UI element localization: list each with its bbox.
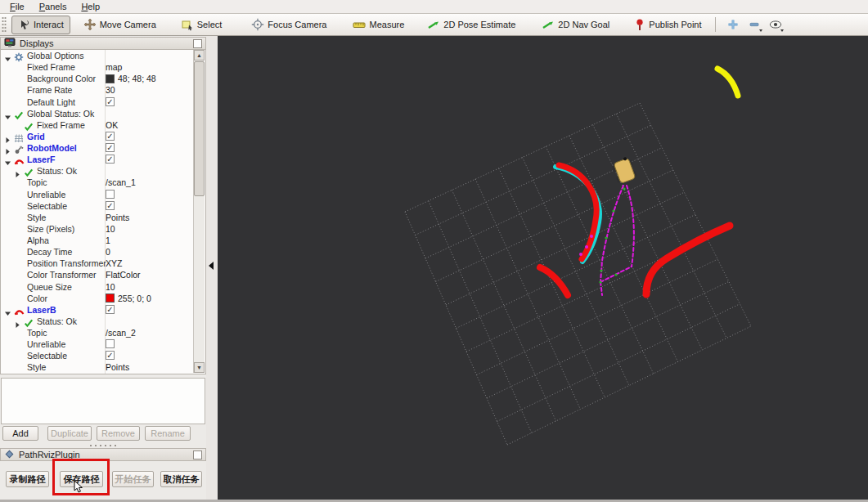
- property-value[interactable]: /scan_2: [106, 328, 136, 338]
- button-duplicate[interactable]: Duplicate: [47, 426, 92, 441]
- checkbox-checked[interactable]: ✓: [106, 201, 115, 210]
- tree-row-color[interactable]: Color255; 0; 0: [1, 293, 194, 304]
- displays-float-button[interactable]: [193, 39, 202, 48]
- tree-row-style[interactable]: StylePoints: [1, 361, 194, 373]
- property-value[interactable]: 10: [106, 224, 115, 234]
- button-remove[interactable]: Remove: [97, 426, 140, 441]
- tree-row-topic[interactable]: Topic/scan_1: [1, 177, 194, 188]
- tree-row-decay-time[interactable]: Decay Time0: [1, 246, 194, 258]
- value-text: Points: [106, 213, 129, 222]
- panel-splitter-handle[interactable]: [88, 444, 118, 447]
- panel-splitter[interactable]: [206, 36, 218, 502]
- left-panel: Displays Global OptionsFixed FramemapBac…: [0, 36, 206, 502]
- tool-select[interactable]: Select: [174, 15, 229, 34]
- tool-publish-point[interactable]: Publish Point: [627, 15, 708, 34]
- tool-2d-nav-goal[interactable]: 2D Nav Goal: [535, 16, 616, 34]
- tree-row-robotmodel[interactable]: RobotModel✓: [1, 142, 194, 154]
- property-value[interactable]: 10: [106, 282, 115, 292]
- menu-item-help[interactable]: Help: [74, 1, 106, 12]
- tree-row-position-transformer[interactable]: Position TransformerXYZ: [1, 258, 194, 269]
- toolbar-separator: [715, 17, 716, 32]
- property-value[interactable]: /scan_1: [106, 177, 136, 187]
- tree-row-status-ok[interactable]: Status: Ok: [1, 316, 194, 327]
- tool-interact[interactable]: Interact: [11, 16, 70, 34]
- tree-scrollbar[interactable]: ▲ ▼: [193, 50, 205, 373]
- tree-row-default-light[interactable]: Default Light✓: [1, 96, 194, 108]
- property-value[interactable]: ✓: [106, 132, 115, 141]
- tree-row-unreliable[interactable]: Unreliable: [1, 338, 194, 350]
- tool-focus-camera[interactable]: Focus Camera: [245, 15, 333, 34]
- property-value[interactable]: 1: [106, 235, 110, 245]
- property-value[interactable]: ✓: [106, 351, 115, 360]
- property-value[interactable]: map: [106, 62, 122, 72]
- property-label: Selectable: [27, 351, 67, 361]
- tool-view-eye[interactable]: [767, 16, 785, 33]
- property-value[interactable]: ✓: [106, 97, 115, 106]
- checkbox-checked[interactable]: ✓: [106, 97, 115, 106]
- tree-row-queue-size[interactable]: Queue Size10: [1, 281, 194, 293]
- tree-row-fixed-frame[interactable]: Fixed Framemap: [1, 61, 194, 73]
- button-rename[interactable]: Rename: [145, 426, 191, 441]
- plugin-button-item[interactable]: 录制路径: [6, 471, 49, 487]
- interact-hand-icon: [18, 19, 30, 31]
- property-value[interactable]: ✓: [106, 143, 115, 152]
- tool-measure[interactable]: Measure: [346, 16, 411, 34]
- collapse-panel-arrow-icon[interactable]: [209, 262, 214, 270]
- tree-row-frame-rate[interactable]: Frame Rate30: [1, 84, 194, 96]
- tree-row-selectable[interactable]: Selectable✓: [1, 200, 194, 212]
- checkbox-checked[interactable]: ✓: [106, 143, 115, 152]
- tree-row-topic[interactable]: Topic/scan_2: [1, 327, 194, 338]
- tree-row-size-pixels[interactable]: Size (Pixels)10: [1, 223, 194, 235]
- property-value[interactable]: XYZ: [106, 258, 122, 268]
- scrollbar-up-icon[interactable]: ▲: [194, 50, 205, 61]
- tree-row-global-options[interactable]: Global Options: [1, 50, 194, 61]
- checkbox-unchecked[interactable]: [106, 190, 115, 199]
- menu-item-panels[interactable]: Panels: [33, 1, 74, 12]
- plugin-float-button[interactable]: [193, 450, 202, 459]
- tree-row-alpha[interactable]: Alpha1: [1, 235, 194, 246]
- tool-add-tool-plus[interactable]: [724, 16, 742, 33]
- tree-row-laserf[interactable]: LaserF✓: [1, 154, 194, 165]
- checkbox-unchecked[interactable]: [106, 339, 115, 348]
- tree-row-selectable[interactable]: Selectable✓: [1, 350, 194, 361]
- tree-row-unreliable[interactable]: Unreliable: [1, 189, 194, 200]
- tree-row-fixed-frame[interactable]: Fixed FrameOK: [1, 119, 194, 131]
- property-value[interactable]: [106, 190, 115, 199]
- property-value[interactable]: ✓: [106, 201, 115, 210]
- property-label: Fixed Frame: [37, 120, 85, 130]
- tool-remove-tool-minus[interactable]: [745, 16, 763, 33]
- tool-2d-pose-estimate[interactable]: 2D Pose Estimate: [421, 16, 522, 34]
- menu-item-file[interactable]: File: [3, 1, 31, 12]
- checkbox-checked[interactable]: ✓: [106, 305, 115, 314]
- property-value[interactable]: ✓: [106, 305, 115, 314]
- checkbox-checked[interactable]: ✓: [106, 132, 115, 141]
- tree-row-status-ok[interactable]: Status: Ok: [1, 165, 194, 177]
- waypoint-dot: [612, 209, 614, 212]
- property-value[interactable]: 255; 0; 0: [106, 294, 151, 303]
- plugin-button-item[interactable]: 开始任务: [112, 471, 154, 487]
- tool-move-camera[interactable]: Move Camera: [77, 15, 163, 34]
- plugin-button-item[interactable]: 取消任务: [160, 471, 202, 487]
- tree-row-style[interactable]: StylePoints: [1, 212, 194, 223]
- button-add[interactable]: Add: [2, 426, 38, 441]
- property-value[interactable]: OK: [106, 120, 118, 130]
- property-value[interactable]: 48; 48; 48: [106, 74, 156, 83]
- toolbar-drag-handle[interactable]: [2, 16, 7, 33]
- scrollbar-thumb[interactable]: [194, 61, 205, 196]
- property-value[interactable]: Points: [106, 362, 129, 372]
- checkbox-checked[interactable]: ✓: [106, 155, 115, 164]
- checkbox-checked[interactable]: ✓: [106, 351, 115, 360]
- tree-row-background-color[interactable]: Background Color48; 48; 48: [1, 73, 194, 84]
- property-value[interactable]: 0: [106, 247, 110, 257]
- property-value[interactable]: FlatColor: [106, 270, 141, 280]
- property-value[interactable]: Points: [106, 213, 129, 222]
- scrollbar-down-icon[interactable]: ▼: [194, 362, 205, 373]
- tree-row-grid[interactable]: Grid✓: [1, 131, 194, 142]
- tree-row-color-transformer[interactable]: Color TransformerFlatColor: [1, 269, 194, 280]
- 3d-viewport[interactable]: [218, 36, 868, 500]
- property-value[interactable]: [106, 339, 115, 348]
- tree-row-laserb[interactable]: LaserB✓: [1, 304, 194, 316]
- property-value[interactable]: ✓: [106, 155, 115, 164]
- tree-row-global-status-ok[interactable]: Global Status: Ok: [1, 108, 194, 119]
- property-value[interactable]: 30: [106, 85, 115, 95]
